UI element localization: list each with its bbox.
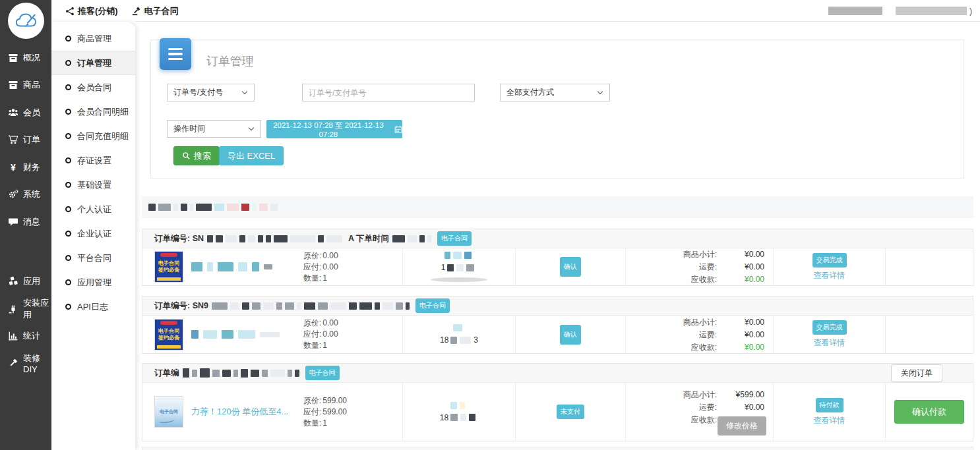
trade-state-badge[interactable]: 交易完成 xyxy=(812,253,847,267)
submenu-item-member-contract-detail[interactable]: 会员合同明细 xyxy=(51,99,135,124)
order-header: 订单编号: SN A 下单时间 电子合同 xyxy=(142,229,973,248)
product-thumbnail[interactable]: 电子合同 签约必备 xyxy=(154,319,183,351)
search-button[interactable]: 搜索 xyxy=(173,146,220,165)
buyer-phone-prefix: 18 xyxy=(440,413,448,422)
shipping-label: 运费: xyxy=(699,329,717,341)
sidebar-item-finance[interactable]: ¥ 财务 xyxy=(0,154,51,181)
pay-label: 应付: xyxy=(303,329,321,339)
view-detail-link[interactable]: 查看详情 xyxy=(814,337,845,349)
submenu-item-product-management[interactable]: 商品管理 xyxy=(51,26,135,51)
sidebar-item-overview[interactable]: 概况 xyxy=(0,44,51,72)
redacted-order-time xyxy=(392,235,434,242)
redacted-buyer-name xyxy=(450,402,468,409)
order-header xyxy=(142,447,973,450)
buyer-cell: 1 xyxy=(403,248,516,285)
topbar: 推客(分销) 电子合同 ) xyxy=(51,0,980,22)
shipping-value: ¥0.00 xyxy=(717,401,764,413)
confirm-payment-button[interactable]: 确认付款 xyxy=(894,400,964,424)
product-thumbnail[interactable]: 电子合同 签约必备 xyxy=(154,251,183,283)
submenu-label: 合同充值明细 xyxy=(77,130,129,142)
shipping-label: 运费: xyxy=(699,261,717,273)
buyer-phone-prefix: 18 xyxy=(440,335,448,345)
orig-label: 原价: xyxy=(303,251,321,260)
time-type-select[interactable]: 操作时间 xyxy=(167,120,261,138)
sidebar-spacer xyxy=(0,236,51,268)
cloud-pen-logo-icon xyxy=(13,8,39,34)
modify-price-button[interactable]: 修改价格 xyxy=(718,416,766,436)
redacted-product-name[interactable] xyxy=(191,262,295,271)
status-badge[interactable]: 确认 xyxy=(560,257,581,277)
export-excel-button[interactable]: 导出 EXCEL xyxy=(219,146,284,165)
submenu-label: 企业认证 xyxy=(77,228,111,240)
order-type-select[interactable]: 订单号/支付号 xyxy=(167,84,255,101)
product-name-link[interactable]: 力荐！120份 单份低至4... xyxy=(191,406,295,418)
sidebar-item-decorate-diy[interactable]: 装修DIY xyxy=(0,350,51,378)
status-cell: 未支付 xyxy=(516,383,626,441)
nav-tuike-distribution[interactable]: 推客(分销) xyxy=(65,5,118,17)
submenu-item-personal-auth[interactable]: 个人认证 xyxy=(51,197,135,221)
amounts-cell: 商品小计:¥0.00 运费:¥0.00 应收款:¥0.00 xyxy=(626,316,774,353)
trade-state-badge[interactable]: 待付款 xyxy=(816,398,843,412)
submenu-item-evidence-settings[interactable]: 存证设置 xyxy=(51,148,135,173)
submenu-item-platform-contract[interactable]: 平台合同 xyxy=(51,246,135,270)
submenu-item-order-management[interactable]: 订单管理 xyxy=(51,51,135,75)
redacted-buyer-name xyxy=(444,252,474,259)
actions-cell: 交易完成 查看详情 xyxy=(774,248,886,285)
redacted-order-number xyxy=(183,368,302,378)
sidebar-item-orders[interactable]: 订单 xyxy=(0,127,51,154)
status-badge[interactable]: 未支付 xyxy=(557,405,584,419)
message-bubble-icon xyxy=(8,217,18,227)
redacted-product-name[interactable] xyxy=(191,330,295,339)
date-range-button[interactable]: 2021-12-13 07:28 至 2021-12-13 07:28 xyxy=(266,120,402,138)
order-row: 电子合同 签约必备 原价:0.00 应付:0.00 数量:1 183 确认 xyxy=(142,316,973,353)
sidebar-item-statistics[interactable]: 统计 xyxy=(0,323,51,351)
sidebar-item-products[interactable]: 商品 xyxy=(0,72,51,99)
sidebar-item-install-apps[interactable]: 安装应用 xyxy=(0,295,51,323)
contract-badge[interactable]: 电子合同 xyxy=(437,231,472,246)
receivable-value: ¥0.00 xyxy=(717,341,764,353)
account-area[interactable]: ) xyxy=(828,7,972,16)
subtotal-value: ¥0.00 xyxy=(717,316,764,328)
submenu-item-contract-recharge-detail[interactable]: 合同充值明细 xyxy=(51,124,135,148)
sidebar-item-system[interactable]: 系统 xyxy=(0,181,51,209)
sidebar-item-apps[interactable]: 应用 xyxy=(0,268,51,296)
sidebar-item-messages[interactable]: 消息 xyxy=(0,208,51,236)
view-detail-link[interactable]: 查看详情 xyxy=(814,270,845,281)
nav-econtract-label: 电子合同 xyxy=(144,5,179,17)
sidebar-item-members[interactable]: 会员 xyxy=(0,99,51,127)
view-detail-link[interactable]: 查看详情 xyxy=(814,415,845,426)
submenu-item-basic-settings[interactable]: 基础设置 xyxy=(51,173,135,197)
qty-label: 数量: xyxy=(303,418,321,428)
operation-cell xyxy=(886,248,973,285)
pay-method-value: 全部支付方式 xyxy=(506,87,554,98)
status-cell: 确认 xyxy=(516,316,626,353)
order-status-tabs-redacted[interactable] xyxy=(142,196,973,218)
status-badge[interactable]: 确认 xyxy=(560,325,581,345)
submenu-item-api-log[interactable]: API日志 xyxy=(51,295,135,319)
pay-method-select[interactable]: 全部支付方式 xyxy=(500,84,610,101)
app-logo[interactable] xyxy=(8,3,44,39)
orig-value: 0.00 xyxy=(322,251,338,260)
trade-state-badge[interactable]: 交易完成 xyxy=(812,320,847,335)
sidebar-label: 财务 xyxy=(23,161,40,173)
collapse-menu-button[interactable] xyxy=(160,38,191,70)
nav-econtract[interactable]: 电子合同 xyxy=(132,5,179,17)
sidebar-label: 装修DIY xyxy=(23,352,51,374)
submenu-item-app-management[interactable]: 应用管理 xyxy=(51,270,135,295)
contract-badge[interactable]: 电子合同 xyxy=(415,298,450,313)
sidebar-label: 统计 xyxy=(23,330,40,342)
redacted-buyer-phone: 1 xyxy=(441,263,477,272)
submenu-item-enterprise-auth[interactable]: 企业认证 xyxy=(51,221,135,246)
keyword-input[interactable] xyxy=(302,84,475,101)
submenu-item-member-contract[interactable]: 会员合同 xyxy=(51,75,135,99)
redacted-order-number xyxy=(207,235,345,242)
ring-icon xyxy=(65,206,71,212)
product-thumbnail[interactable]: 电子合同 xyxy=(154,396,183,428)
thumb-text-1: 电子合同 xyxy=(158,260,179,267)
cubes-icon xyxy=(8,276,18,287)
submenu-label: 平台合同 xyxy=(77,252,111,264)
close-order-button[interactable]: 关闭订单 xyxy=(891,364,942,382)
contract-badge[interactable]: 电子合同 xyxy=(305,366,340,380)
overview-icon xyxy=(8,53,18,63)
thumb-yellow-band xyxy=(157,277,181,281)
